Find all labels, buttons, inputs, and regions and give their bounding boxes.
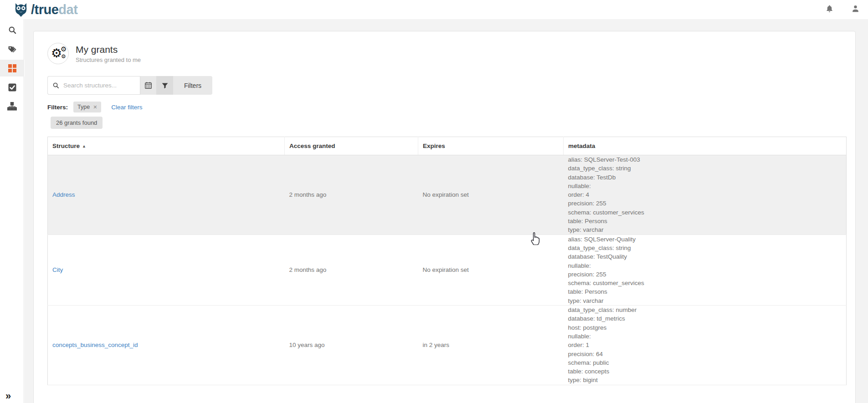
gear-icon: ⚙	[61, 54, 66, 59]
table-row[interactable]: City 2 months ago No expiration set alia…	[48, 235, 847, 305]
grants-gears-avatar: ⚙ ⚙ ⚙	[47, 43, 69, 64]
grants-table: Structure▲ Access granted Expires metada…	[47, 137, 847, 385]
calendar-icon	[144, 82, 152, 89]
main-content: ⚙ ⚙ ⚙ My grants Structures granted to me	[25, 19, 868, 403]
tags-icon	[7, 45, 17, 54]
user-account-icon[interactable]	[851, 4, 860, 13]
expires-cell: No expiration set	[418, 235, 564, 305]
grants-card: ⚙ ⚙ ⚙ My grants Structures granted to me	[33, 31, 856, 403]
search-toolbar: Filters	[47, 76, 212, 95]
sidebar-item-search[interactable]	[0, 21, 24, 38]
structure-link[interactable]: concepts_business_concept_id	[52, 342, 138, 348]
date-filter-button[interactable]	[140, 76, 156, 95]
table-row[interactable]: concepts_business_concept_id 10 years ag…	[48, 306, 847, 385]
active-filters-row: Filters: Type ✕ Clear filters	[47, 102, 845, 112]
sidebar-item-tasks[interactable]	[0, 79, 24, 96]
table-row[interactable]: Address 2 months ago No expiration set a…	[48, 155, 847, 235]
tasks-checkbox-icon	[8, 83, 16, 92]
grants-count-badge: 26 grants found	[51, 117, 103, 129]
table-header-row: Structure▲ Access granted Expires metada…	[48, 137, 847, 155]
filter-chip-type[interactable]: Type ✕	[73, 102, 101, 112]
search-icon	[52, 82, 59, 89]
filter-funnel-button[interactable]	[156, 76, 173, 95]
column-header-expires[interactable]: Expires	[418, 137, 564, 155]
structure-link[interactable]: City	[52, 266, 63, 273]
notifications-bell-icon[interactable]	[825, 4, 834, 13]
gear-icon: ⚙	[61, 46, 67, 52]
filters-button[interactable]: Filters	[173, 76, 212, 95]
owl-logo-icon	[13, 1, 29, 18]
search-box[interactable]	[47, 76, 140, 95]
grants-grid-icon	[8, 64, 16, 72]
metadata-cell: alias: SQLServer-Quality data_type_class…	[564, 235, 847, 305]
sidebar-expand-button[interactable]: »	[5, 391, 11, 401]
sidebar-item-structures[interactable]	[0, 98, 24, 115]
sort-asc-icon: ▲	[82, 144, 86, 148]
column-header-metadata[interactable]: metadata	[564, 137, 847, 155]
sidebar-item-grants[interactable]	[0, 60, 24, 77]
structures-sitemap-icon	[7, 102, 17, 111]
logo-text: /truedat	[31, 2, 77, 17]
filters-label: Filters:	[47, 104, 68, 111]
structure-link[interactable]: Address	[52, 191, 75, 198]
funnel-icon	[161, 82, 169, 89]
clear-filters-link[interactable]: Clear filters	[111, 104, 142, 111]
expires-cell: No expiration set	[418, 155, 564, 235]
sidebar-item-tags[interactable]	[0, 41, 24, 57]
filter-chip-label: Type	[77, 104, 90, 110]
page-header: ⚙ ⚙ ⚙ My grants Structures granted to me	[47, 43, 845, 64]
page-subtitle: Structures granted to me	[76, 56, 141, 63]
truedat-logo[interactable]: /truedat	[13, 1, 77, 18]
column-header-access-granted[interactable]: Access granted	[285, 137, 418, 155]
metadata-cell: data_type_class: number database: td_met…	[564, 306, 847, 385]
column-header-structure[interactable]: Structure▲	[48, 137, 285, 155]
sidebar: »	[0, 19, 24, 403]
top-bar: /truedat	[0, 0, 868, 19]
remove-filter-icon[interactable]: ✕	[93, 104, 97, 110]
metadata-cell: alias: SQLServer-Test-003 data_type_clas…	[564, 155, 847, 235]
search-icon	[8, 26, 17, 35]
search-input[interactable]	[63, 82, 132, 89]
expires-cell: in 2 years	[418, 306, 564, 385]
access-granted-cell: 2 months ago	[285, 235, 418, 305]
access-granted-cell: 2 months ago	[285, 155, 418, 235]
access-granted-cell: 10 years ago	[285, 306, 418, 385]
page-title: My grants	[76, 44, 141, 55]
